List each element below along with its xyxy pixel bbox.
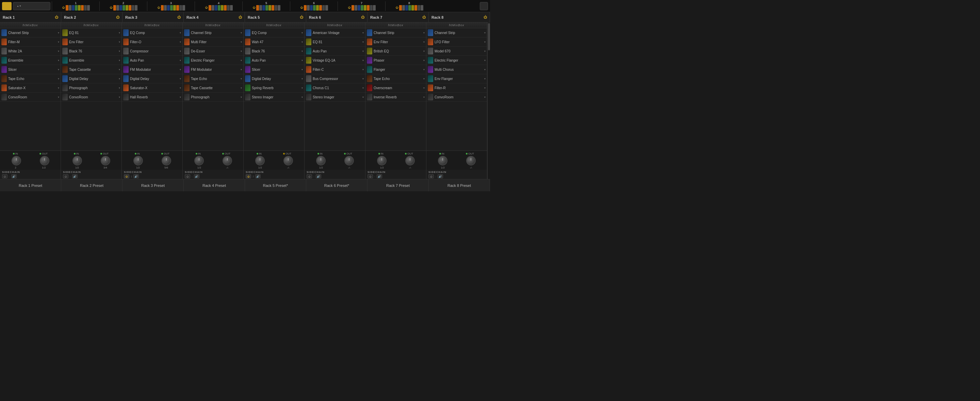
rack-thumb-1[interactable]: 1 ⏻ — [52, 2, 99, 11]
plugin-item[interactable]: Auto Pan ▾ — [122, 56, 182, 65]
plugin-dropdown-arrow[interactable]: ▾ — [423, 40, 425, 44]
out-knob-4[interactable] — [223, 156, 232, 165]
plugin-item[interactable]: Filter-C ▾ — [305, 65, 365, 74]
plugin-dropdown-arrow[interactable]: ▾ — [119, 59, 120, 62]
in-knob-6[interactable] — [316, 156, 326, 165]
plugin-item[interactable]: Tape Echo ▾ — [366, 74, 426, 83]
in-knob-2[interactable] — [73, 156, 82, 165]
plugin-item[interactable]: Black 76 ▾ — [243, 47, 304, 56]
plugin-dropdown-arrow[interactable]: ▾ — [119, 50, 120, 53]
plugin-dropdown-arrow[interactable]: ▾ — [180, 31, 181, 34]
sc-power-btn-1[interactable]: ⏻ — [2, 174, 8, 178]
plugin-item[interactable]: Stereo Imager ▾ — [305, 92, 365, 102]
plugin-dropdown-arrow[interactable]: ▾ — [484, 31, 485, 34]
plugin-dropdown-arrow[interactable]: ▾ — [484, 77, 485, 80]
plugin-dropdown-arrow[interactable]: ▾ — [423, 86, 425, 89]
plugin-item[interactable]: FM Modulator ▾ — [122, 65, 182, 74]
plugin-dropdown-arrow[interactable]: ▾ — [363, 68, 364, 71]
plugin-item[interactable]: Flanger ▾ — [366, 65, 426, 74]
out-knob-2[interactable] — [101, 156, 110, 165]
plugin-item[interactable]: Spring Reverb ▾ — [243, 83, 304, 92]
plugin-dropdown-arrow[interactable]: ▾ — [301, 59, 303, 62]
plugin-item[interactable]: Channel Strip ▾ — [426, 28, 487, 37]
rack-power-btn-8[interactable]: ⏻ — [484, 15, 487, 19]
rack-power-btn-4[interactable]: ⏻ — [239, 15, 242, 19]
plugin-item[interactable]: Saturator-X ▾ — [0, 83, 60, 92]
plugin-item[interactable]: Env Filter ▾ — [366, 37, 426, 47]
plugin-dropdown-arrow[interactable]: ▾ — [119, 95, 120, 99]
plugin-dropdown-arrow[interactable]: ▾ — [180, 50, 181, 53]
preset-btn-7[interactable]: Rack 7 Preset — [368, 180, 429, 191]
preset-btn-3[interactable]: Rack 3 Preset — [123, 180, 184, 191]
sc-power-btn-8[interactable]: ⏻ — [428, 174, 434, 178]
plugin-dropdown-arrow[interactable]: ▾ — [240, 68, 242, 71]
plugin-dropdown-arrow[interactable]: ▾ — [240, 40, 242, 44]
rack-thumb-power-6[interactable]: ⏻ — [300, 6, 303, 9]
rack-thumb-2[interactable]: 2 ⏻ — [99, 2, 147, 11]
in-knob-5[interactable] — [255, 156, 265, 165]
plugin-item[interactable]: Phonograph ▾ — [61, 83, 121, 92]
plugin-dropdown-arrow[interactable]: ▾ — [301, 95, 303, 99]
plugin-item[interactable]: Overscream ▾ — [366, 83, 426, 92]
sc-power-btn-4[interactable]: ⏻ — [185, 174, 190, 178]
plugin-dropdown-arrow[interactable]: ▾ — [484, 40, 485, 44]
sc-power-btn-7[interactable]: ⏻ — [368, 174, 373, 178]
rack-thumb-power-8[interactable]: ⏻ — [395, 6, 398, 9]
plugin-dropdown-arrow[interactable]: ▾ — [180, 86, 181, 89]
plugin-dropdown-arrow[interactable]: ▾ — [58, 31, 59, 34]
plugin-item[interactable]: Filter-O ▾ — [122, 37, 182, 47]
plugin-item[interactable]: Channel Strip ▾ — [0, 28, 60, 37]
in-knob-8[interactable] — [438, 156, 447, 165]
preset-btn-8[interactable]: Rack 8 Preset — [429, 180, 490, 191]
plugin-dropdown-arrow[interactable]: ▾ — [240, 31, 242, 34]
sc-speaker-btn-8[interactable]: 🔊 — [438, 174, 443, 178]
plugin-item[interactable]: EQ 81 ▾ — [305, 37, 365, 47]
plugin-dropdown-arrow[interactable]: ▾ — [119, 31, 120, 34]
rack-thumb-4[interactable]: 4 ⏻ — [195, 2, 242, 11]
plugin-item[interactable]: Hall Reverb ▾ — [122, 92, 182, 102]
plugin-item[interactable]: Wah 47 ▾ — [243, 37, 304, 47]
rack-thumb-power-5[interactable]: ⏻ — [253, 6, 255, 9]
plugin-dropdown-arrow[interactable]: ▾ — [119, 77, 120, 80]
rack-thumb-5[interactable]: 5 ⏻ — [242, 2, 290, 11]
sc-power-btn-6[interactable]: ⏻ — [307, 174, 312, 178]
out-knob-1[interactable] — [40, 156, 49, 165]
plugin-dropdown-arrow[interactable]: ▾ — [58, 50, 59, 53]
plugin-item[interactable]: EQ Comp ▾ — [243, 28, 304, 37]
rack-power-btn-5[interactable]: ⏻ — [300, 15, 303, 19]
rack-thumb-8[interactable]: 8 ⏻ — [385, 2, 433, 11]
plugin-item[interactable]: Auto Pan ▾ — [305, 47, 365, 56]
plugin-item[interactable]: Electric Flanger ▾ — [426, 56, 487, 65]
sc-speaker-btn-2[interactable]: 🔊 — [72, 174, 78, 178]
rack-thumb-6[interactable]: 6 ⏻ — [290, 2, 337, 11]
plugin-dropdown-arrow[interactable]: ▾ — [363, 77, 364, 80]
out-knob-6[interactable] — [344, 156, 354, 165]
rack-thumb-3[interactable]: 3 ⏻ — [147, 2, 195, 11]
plugin-dropdown-arrow[interactable]: ▾ — [119, 86, 120, 89]
out-knob-5[interactable] — [283, 156, 293, 165]
plugin-item[interactable]: Filter-R ▾ — [426, 83, 487, 92]
plugin-item[interactable]: Chorus C1 ▾ — [305, 83, 365, 92]
song-selector[interactable]: ▲▼ — [13, 2, 50, 10]
out-knob-8[interactable] — [466, 156, 476, 165]
plugin-item[interactable]: Channel Strip ▾ — [366, 28, 426, 37]
gear-button[interactable] — [480, 2, 488, 10]
sc-power-btn-5[interactable]: ⏻ — [246, 174, 251, 178]
plugin-dropdown-arrow[interactable]: ▾ — [423, 95, 425, 99]
plugin-item[interactable]: De-Esser ▾ — [183, 47, 243, 56]
plugin-dropdown-arrow[interactable]: ▾ — [180, 95, 181, 99]
plugin-item[interactable]: ConvoRoom ▾ — [61, 92, 121, 102]
song-arrows[interactable]: ▲▼ — [17, 5, 21, 7]
sc-power-btn-2[interactable]: ⏻ — [63, 174, 68, 178]
preset-btn-2[interactable]: Rack 2 Preset — [61, 180, 123, 191]
rack-power-btn-6[interactable]: ⏻ — [361, 15, 364, 19]
rack-thumb-power-2[interactable]: ⏻ — [110, 6, 112, 9]
plugin-dropdown-arrow[interactable]: ▾ — [301, 31, 303, 34]
out-knob-3[interactable] — [162, 156, 171, 165]
plugin-item[interactable]: Phaser ▾ — [366, 56, 426, 65]
plugin-item[interactable]: Vintage EQ-1A ▾ — [305, 56, 365, 65]
plugin-item[interactable]: Ensemble ▾ — [61, 56, 121, 65]
scrollbar[interactable] — [487, 22, 490, 179]
rack-power-btn-2[interactable]: ⏻ — [116, 15, 119, 19]
plugin-dropdown-arrow[interactable]: ▾ — [180, 68, 181, 71]
